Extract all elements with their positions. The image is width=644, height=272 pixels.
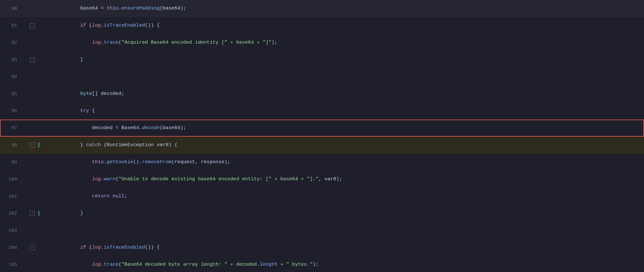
code-line: 105 log.trace("Base64 decoded byte array… (0, 256, 644, 272)
line-number: 105 (0, 262, 23, 268)
line-number: 96 (0, 108, 23, 114)
code-line: 99 this.getCookie().removeFrom(request, … (0, 154, 644, 171)
code-line: 103 (0, 222, 644, 239)
line-number: 101 (0, 194, 23, 199)
code-line: 96 try { (0, 102, 644, 120)
code-content: if (log.isTraceEnabled()) { (42, 23, 644, 28)
code-line: 94 (0, 68, 644, 85)
gutter: − (23, 143, 42, 148)
line-number: 97 (0, 126, 23, 131)
code-line: 97 decoded = Base64.decode(base64); (0, 120, 644, 137)
gutter: − (23, 57, 42, 62)
line-number: 93 (0, 57, 23, 63)
code-content: log.warn("Unable to decode existing base… (42, 177, 644, 182)
line-number: 103 (0, 228, 23, 233)
code-lines: 90 base64 = this.ensurePadding(base64);9… (0, 0, 644, 272)
gutter: − (23, 245, 42, 250)
code-content: byte[] decoded; (42, 91, 644, 96)
code-editor: 90 base64 = this.ensurePadding(base64);9… (0, 0, 644, 272)
code-line: 91− if (log.isTraceEnabled()) { (0, 17, 644, 34)
code-content: this.getCookie().removeFrom(request, res… (42, 160, 644, 165)
line-number: 100 (0, 177, 23, 182)
code-line: 101 return null; (0, 188, 644, 205)
code-line: 92 log.trace("Acquired Base64 encoded id… (0, 34, 644, 51)
fold-icon[interactable]: − (30, 143, 35, 148)
code-line: 95 byte[] decoded; (0, 85, 644, 102)
code-content: decoded = Base64.decode(base64); (42, 126, 644, 131)
line-number: 99 (0, 160, 23, 165)
code-content: } catch (RuntimeException var8) { (42, 143, 644, 148)
fold-icon[interactable]: − (30, 211, 35, 216)
line-number: 94 (0, 74, 23, 80)
code-line: 102− } (0, 205, 644, 222)
code-line: 104− if (log.isTraceEnabled()) { (0, 239, 644, 256)
code-content: if (log.isTraceEnabled()) { (42, 245, 644, 250)
fold-icon[interactable]: − (30, 57, 35, 62)
code-line: 90 base64 = this.ensurePadding(base64); (0, 0, 644, 17)
code-content: } (42, 211, 644, 216)
line-number: 90 (0, 6, 23, 11)
fold-icon[interactable]: − (30, 23, 35, 28)
code-content: base64 = this.ensurePadding(base64); (42, 6, 644, 11)
fold-icon[interactable]: − (30, 245, 35, 250)
code-content: log.trace("Acquired Base64 encoded ident… (42, 40, 644, 45)
code-line: 100 log.warn("Unable to decode existing … (0, 171, 644, 188)
code-content: try { (42, 108, 644, 114)
gutter: − (23, 211, 42, 216)
code-content: } (42, 57, 644, 62)
code-content: log.trace("Base64 decoded byte array len… (42, 262, 644, 267)
line-number: 98 (0, 143, 23, 148)
line-number: 104 (0, 245, 23, 250)
code-line: 93− } (0, 51, 644, 68)
line-number: 102 (0, 211, 23, 216)
line-number: 92 (0, 40, 23, 46)
gutter: − (23, 23, 42, 28)
code-line: 98− } catch (RuntimeException var8) { (0, 137, 644, 154)
line-number: 91 (0, 23, 23, 28)
code-content: return null; (42, 194, 644, 199)
line-number: 95 (0, 91, 23, 97)
